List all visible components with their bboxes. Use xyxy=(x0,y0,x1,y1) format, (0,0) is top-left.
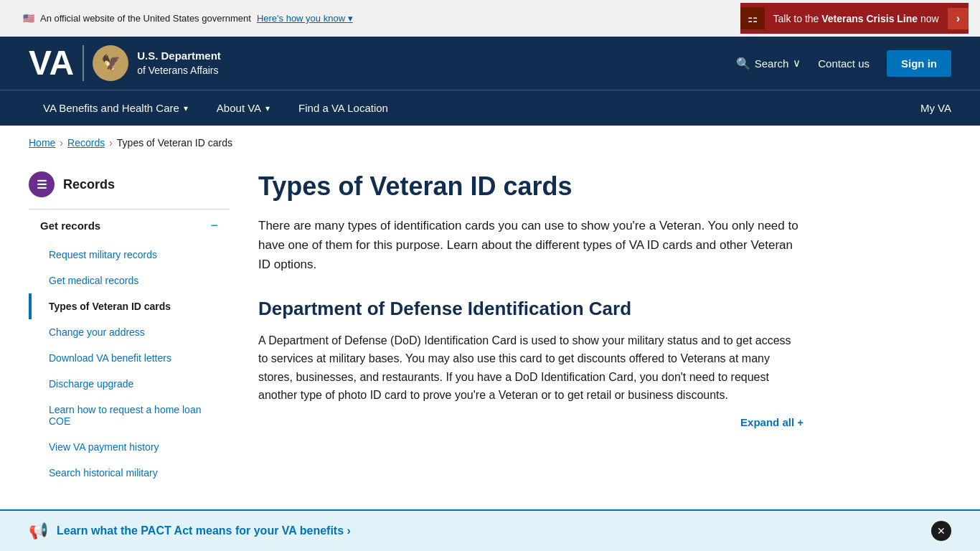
sidebar-item-payment-history[interactable]: View VA payment history xyxy=(29,434,230,460)
breadcrumb-separator-2: › xyxy=(109,137,113,149)
sidebar-item-military-records[interactable]: Request military records xyxy=(29,242,230,268)
chevron-down-icon: ▾ xyxy=(184,103,188,113)
sidebar-header: ☰ Records xyxy=(29,160,230,209)
va-department-text: U.S. Department of Veterans Affairs xyxy=(137,48,221,77)
contact-us-link[interactable]: Contact us xyxy=(818,57,870,70)
get-records-header[interactable]: Get records − xyxy=(29,209,230,242)
breadcrumb-separator: › xyxy=(60,137,63,149)
page-intro: There are many types of identification c… xyxy=(258,216,804,275)
search-icon: 🔍 xyxy=(736,57,750,70)
breadcrumb-current: Types of Veteran ID cards xyxy=(117,137,232,149)
my-va-link[interactable]: My VA xyxy=(920,90,951,126)
expand-all-link[interactable]: Expand all + xyxy=(740,416,804,428)
search-button[interactable]: 🔍 Search ∨ xyxy=(736,57,801,70)
sidebar-item-veteran-id[interactable]: Types of Veteran ID cards xyxy=(29,293,230,319)
sidebar-item-home-loan-coe[interactable]: Learn how to request a home loan COE xyxy=(29,397,230,434)
sign-in-button[interactable]: Sign in xyxy=(887,50,951,77)
sidebar-title: Records xyxy=(63,177,115,192)
records-icon: ☰ xyxy=(29,171,55,197)
sidebar-item-historical-military[interactable]: Search historical military xyxy=(29,460,230,486)
sidebar: ☰ Records Get records − Request military… xyxy=(29,160,230,486)
gov-text: An official website of the United States… xyxy=(40,13,251,24)
collapse-icon: − xyxy=(210,218,218,233)
va-logo-link[interactable]: VA 🦅 U.S. Department of Veterans Affairs xyxy=(29,45,221,81)
sidebar-nav: Get records − Request military records G… xyxy=(29,209,230,486)
chevron-down-icon: ▾ xyxy=(265,103,270,113)
sidebar-item-discharge-upgrade[interactable]: Discharge upgrade xyxy=(29,371,230,397)
va-letters: VA xyxy=(29,46,74,80)
header-right: 🔍 Search ∨ Contact us Sign in xyxy=(736,50,951,77)
us-flag-icon: 🇺🇸 xyxy=(23,13,34,24)
nav-find-location[interactable]: Find a VA Location xyxy=(284,90,402,126)
va-seal: 🦅 xyxy=(93,45,128,81)
site-header: VA 🦅 U.S. Department of Veterans Affairs… xyxy=(0,37,980,90)
crisis-line-banner: ⚏ Talk to the Veterans Crisis Line now › xyxy=(740,3,969,34)
nav-items-left: VA Benefits and Health Care ▾ About VA ▾… xyxy=(29,90,402,126)
page-content: Types of Veteran ID cards There are many… xyxy=(258,160,804,486)
sidebar-item-benefit-letters[interactable]: Download VA benefit letters xyxy=(29,345,230,371)
section1-title: Department of Defense Identification Car… xyxy=(258,298,804,320)
section1-body: A Department of Defense (DoD) Identifica… xyxy=(258,331,804,405)
sidebar-item-change-address[interactable]: Change your address xyxy=(29,319,230,345)
breadcrumb-home[interactable]: Home xyxy=(29,137,55,149)
breadcrumb-records[interactable]: Records xyxy=(67,137,105,149)
breadcrumb: Home › Records › Types of Veteran ID car… xyxy=(0,126,980,160)
crisis-grid-icon: ⚏ xyxy=(740,7,765,29)
page-title: Types of Veteran ID cards xyxy=(258,171,804,202)
how-you-know-link[interactable]: Here's how you know ▾ xyxy=(257,13,353,24)
gov-banner: 🇺🇸 An official website of the United Sta… xyxy=(11,10,364,27)
main-navigation: VA Benefits and Health Care ▾ About VA ▾… xyxy=(0,90,980,126)
nav-about-va[interactable]: About VA ▾ xyxy=(202,90,284,126)
get-records-section: Get records − Request military records G… xyxy=(29,209,230,486)
top-bars: 🇺🇸 An official website of the United Sta… xyxy=(0,0,980,37)
sidebar-item-medical-records[interactable]: Get medical records xyxy=(29,268,230,293)
crisis-arrow-button[interactable]: › xyxy=(948,8,969,29)
gov-banner-row: 🇺🇸 An official website of the United Sta… xyxy=(0,0,980,37)
pact-banner: 📢 Learn what the PACT Act means for your… xyxy=(0,509,980,514)
expand-all-container: Expand all + xyxy=(258,416,804,429)
logo-divider xyxy=(83,45,84,81)
nav-benefits-health[interactable]: VA Benefits and Health Care ▾ xyxy=(29,90,202,126)
main-content: ☰ Records Get records − Request military… xyxy=(0,160,980,514)
crisis-text: Talk to the Veterans Crisis Line now xyxy=(765,13,948,24)
